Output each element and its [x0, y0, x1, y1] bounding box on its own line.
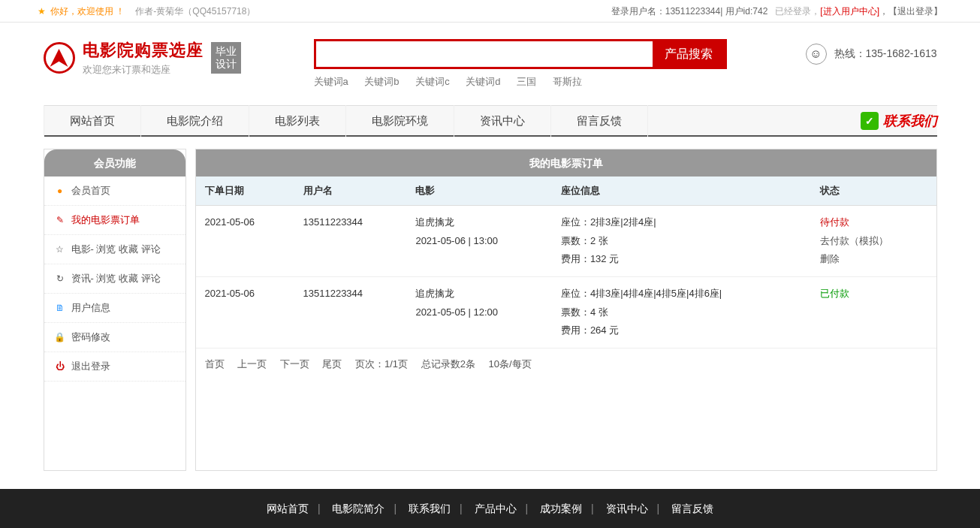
keyword-link[interactable]: 关键词d — [466, 76, 500, 87]
phone-icon: ✓ — [861, 112, 879, 130]
keyword-link[interactable]: 哥斯拉 — [553, 76, 582, 87]
nav-home[interactable]: 网站首页 — [44, 105, 141, 137]
page-last[interactable]: 尾页 — [322, 358, 342, 370]
footer-link[interactable]: 资讯中心 — [606, 502, 648, 514]
main-nav: 网站首页 电影院介绍 电影列表 电影院环境 资讯中心 留言反馈 ✓ 联系我们 — [44, 105, 937, 137]
sidebar-item-orders[interactable]: ✎ 我的电影票订单 — [44, 206, 185, 235]
hotline-block: ☺ 热线：135-1682-1613 — [806, 44, 937, 65]
cell-seat: 座位：4排3座|4排4座|4排5座|4排6座|票数：4 张费用：264 元 — [552, 277, 811, 348]
sidebar-item-password[interactable]: 🔒 密码修改 — [44, 323, 185, 352]
star-icon: ★ — [38, 0, 46, 23]
table-header-row: 下单日期 用户名 电影 座位信息 状态 — [196, 177, 936, 206]
nav-news[interactable]: 资讯中心 — [454, 105, 551, 137]
cell-user: 13511223344 — [294, 277, 407, 348]
topbar-left: ★ 你好，欢迎使用 ！ 作者-黄菊华（QQ45157718） — [38, 0, 255, 22]
search-button[interactable]: 产品搜索 — [653, 41, 725, 67]
pagination: 首页 上一页 下一页 尾页 页次：1/1页 总记录数2条 10条/每页 — [196, 348, 936, 380]
star-icon: ☆ — [55, 244, 65, 255]
lock-icon: 🔒 — [55, 332, 65, 342]
nav-cinema-intro[interactable]: 电影院介绍 — [141, 105, 249, 137]
keyword-link[interactable]: 关键词c — [415, 76, 450, 87]
topbar: ★ 你好，欢迎使用 ！ 作者-黄菊华（QQ45157718） 登录用户名： 13… — [0, 0, 980, 23]
sidebar-item-movies[interactable]: ☆ 电影- 浏览 收藏 评论 — [44, 235, 185, 264]
footer-nav: 网站首页| 电影院简介| 联系我们| 产品中心| 成功案例| 资讯中心| 留言反… — [0, 489, 980, 528]
logo-text: 电影院购票选座 欢迎您来订票和选座 — [83, 39, 204, 77]
sidebar-item-news[interactable]: ↻ 资讯- 浏览 收藏 评论 — [44, 264, 185, 294]
home-icon: ● — [55, 186, 65, 196]
header: 电影院购票选座 欢迎您来订票和选座 毕业 设计 产品搜索 关键词a 关键词b 关… — [44, 23, 937, 98]
sidebar-item-label: 会员首页 — [71, 184, 110, 198]
status-badge: 已付款 — [820, 288, 849, 299]
sidebar-item-label: 我的电影票订单 — [71, 213, 140, 227]
footer-link[interactable]: 网站首页 — [267, 502, 309, 514]
cell-seat: 座位：2排3座|2排4座|票数：2 张费用：132 元 — [552, 206, 811, 277]
comma: ， — [879, 0, 888, 23]
footer-link[interactable]: 成功案例 — [540, 502, 582, 514]
footer-link[interactable]: 留言反馈 — [671, 502, 713, 514]
sidebar-item-label: 用户信息 — [71, 301, 110, 315]
table-row: 2021-05-0613511223344追虎擒龙2021-05-06 | 13… — [196, 206, 936, 277]
login-user: 13511223344 — [665, 0, 720, 23]
page-next[interactable]: 下一页 — [280, 358, 309, 370]
page-first[interactable]: 首页 — [205, 358, 225, 370]
col-seat: 座位信息 — [552, 177, 811, 206]
cell-date: 2021-05-06 — [196, 277, 294, 348]
history-icon: ↻ — [55, 273, 65, 284]
page-prev[interactable]: 上一页 — [237, 358, 267, 370]
headset-icon: ☺ — [806, 44, 827, 65]
footer-link[interactable]: 产品中心 — [475, 502, 517, 514]
author-text: 作者-黄菊华（QQ45157718） — [135, 0, 255, 23]
footer-link[interactable]: 联系我们 — [409, 502, 451, 514]
cell-status: 已付款 — [811, 277, 936, 348]
logo-badge: 毕业 设计 — [211, 42, 241, 74]
document-icon: 🗎 — [55, 303, 65, 313]
logo-title: 电影院购票选座 — [83, 39, 204, 62]
sidebar-item-label: 密码修改 — [71, 330, 110, 344]
orders-table: 下单日期 用户名 电影 座位信息 状态 2021-05-061351122334… — [196, 177, 936, 348]
table-row: 2021-05-0613511223344追虎擒龙2021-05-05 | 12… — [196, 277, 936, 348]
footer-link[interactable]: 电影院简介 — [332, 502, 384, 514]
logo-icon — [44, 42, 75, 74]
delete-link[interactable]: 删除 — [820, 250, 927, 269]
keyword-link[interactable]: 三国 — [517, 76, 536, 87]
search-input[interactable] — [316, 41, 653, 67]
edit-icon: ✎ — [55, 215, 65, 225]
topbar-right: 登录用户名： 13511223344 | 用户id: 742 已经登录， [进入… — [611, 0, 942, 22]
sidebar-item-label: 退出登录 — [71, 360, 110, 373]
logo-block: 电影院购票选座 欢迎您来订票和选座 毕业 设计 — [44, 39, 314, 77]
keyword-link[interactable]: 关键词b — [364, 76, 399, 87]
search-block: 产品搜索 关键词a 关键词b 关键词c 关键词d 三国 哥斯拉 — [314, 39, 776, 89]
pay-link[interactable]: 去付款（模拟） — [820, 232, 927, 251]
sidebar-item-label: 资讯- 浏览 收藏 评论 — [71, 272, 161, 285]
sidebar-item-userinfo[interactable]: 🗎 用户信息 — [44, 294, 185, 323]
search-box: 产品搜索 — [314, 39, 727, 69]
keyword-link[interactable]: 关键词a — [314, 76, 348, 87]
col-date: 下单日期 — [196, 177, 294, 206]
sidebar-header: 会员功能 — [44, 149, 185, 177]
cell-movie: 追虎擒龙2021-05-05 | 12:00 — [406, 277, 551, 348]
sidebar-item-home[interactable]: ● 会员首页 — [44, 177, 185, 206]
login-user-label: 登录用户名： — [611, 0, 665, 23]
nav-movie-list[interactable]: 电影列表 — [249, 105, 346, 137]
nav-environment[interactable]: 电影院环境 — [346, 105, 454, 137]
sidebar-item-logout[interactable]: ⏻ 退出登录 — [44, 352, 185, 382]
page-info: 页次：1/1页 — [355, 358, 408, 370]
enter-user-center-link[interactable]: [进入用户中心] — [820, 0, 879, 23]
page-perpage: 10条/每页 — [489, 358, 532, 370]
nav-contact[interactable]: ✓ 联系我们 — [861, 112, 937, 130]
cell-user: 13511223344 — [294, 206, 407, 277]
logged-in-text: 已经登录， — [775, 0, 820, 23]
power-icon: ⏻ — [55, 361, 65, 372]
nav-feedback[interactable]: 留言反馈 — [551, 105, 648, 137]
welcome-text: 你好，欢迎使用 ！ — [50, 0, 125, 23]
page-total: 总记录数2条 — [421, 358, 475, 370]
logo-subtitle: 欢迎您来订票和选座 — [83, 63, 204, 77]
cell-status: 待付款去付款（模拟）删除 — [811, 206, 936, 277]
sidebar: 会员功能 ● 会员首页 ✎ 我的电影票订单 ☆ 电影- 浏览 收藏 评论 ↻ 资… — [44, 149, 186, 471]
logout-link[interactable]: 【退出登录】 — [888, 0, 942, 23]
user-id-label: | 用户id: — [720, 0, 752, 23]
col-movie: 电影 — [406, 177, 551, 206]
cell-date: 2021-05-06 — [196, 206, 294, 277]
hotline-text: 热线：135-1682-1613 — [834, 47, 937, 61]
sidebar-item-label: 电影- 浏览 收藏 评论 — [71, 243, 161, 256]
